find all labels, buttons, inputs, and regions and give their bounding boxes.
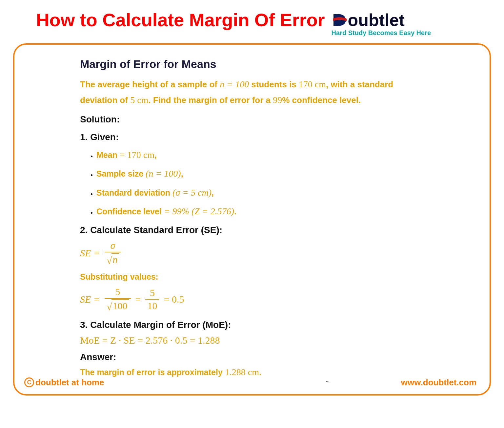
brand-tagline: Hard Study Becomes Easy Here	[332, 29, 431, 37]
brand-logo: oubtlet Hard Study Becomes Easy Here	[332, 11, 431, 37]
step-1-heading: 1. Given:	[80, 132, 476, 142]
given-list: Mean = 170 cm, Sample size (n = 100), St…	[80, 148, 476, 218]
problem-statement: The average height of a sample of n = 10…	[80, 76, 476, 108]
footer-credit: Cdoubtlet at home	[24, 377, 104, 388]
page: How to Calculate Margin Of Error oubtlet…	[0, 0, 504, 409]
copyright-icon: C	[24, 377, 34, 387]
step-2-heading: 2. Calculate Standard Error (SE):	[80, 225, 476, 235]
footer-url: www.doubtlet.com	[401, 377, 476, 388]
brand-name-rest: oubtlet	[348, 11, 405, 29]
doubtlet-d-icon	[332, 12, 347, 28]
content-card: Margin of Error for Means The average he…	[13, 43, 491, 396]
se-substitution: SE = 5 √100 = 5 10 = 0.5	[80, 286, 476, 312]
answer-text: The margin of error is approximately 1.2…	[80, 367, 476, 377]
section-title: Margin of Error for Means	[80, 58, 476, 71]
list-item: Confidence level = 99% (Z = 2.576).	[96, 205, 476, 218]
list-item: Sample size (n = 100),	[96, 167, 476, 180]
header: How to Calculate Margin Of Error oubtlet…	[13, 10, 491, 37]
substituting-label: Substituting values:	[80, 272, 476, 282]
moe-formula: MoE = Z · SE = 2.576 · 0.5 = 1.288	[80, 335, 476, 346]
answer-label: Answer:	[80, 352, 476, 362]
step-3-heading: 3. Calculate Margin of Error (MoE):	[80, 320, 476, 330]
solution-label: Solution:	[80, 114, 476, 125]
list-item: Mean = 170 cm,	[96, 148, 476, 161]
list-item: Standard deviation (σ = 5 cm),	[96, 186, 476, 199]
page-title: How to Calculate Margin Of Error	[36, 10, 325, 30]
se-formula: SE = σ √n	[80, 240, 476, 266]
